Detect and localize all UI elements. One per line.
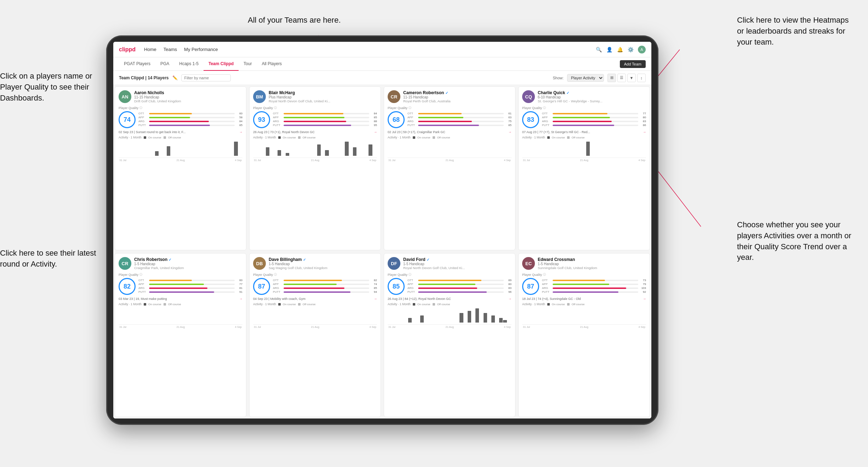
- player-name[interactable]: Aaron Nicholls: [134, 90, 242, 95]
- tab-pga[interactable]: PGA: [155, 57, 174, 71]
- player-club: Royal Perth Golf Club, Australia: [403, 99, 512, 103]
- player-avatar: DB: [253, 257, 266, 270]
- tab-hcaps[interactable]: Hcaps 1-5: [174, 57, 204, 71]
- quality-circle[interactable]: 87: [253, 278, 270, 295]
- search-icon[interactable]: 🔍: [595, 46, 602, 53]
- tab-tour[interactable]: Tour: [239, 57, 257, 71]
- latest-round-arrow: →: [508, 130, 512, 134]
- latest-round[interactable]: 03 Mar 23 | 19, Must make putting →: [119, 297, 242, 301]
- quality-circle[interactable]: 87: [522, 278, 539, 295]
- player-info: Aaron Nicholls 11-15 Handicap Drift Golf…: [134, 90, 242, 103]
- edit-icon[interactable]: ✏️: [172, 75, 178, 80]
- brand-logo[interactable]: clippd: [119, 46, 136, 53]
- tab-team-clippd[interactable]: Team Clippd: [204, 57, 239, 71]
- list-view-button[interactable]: ☰: [617, 74, 626, 82]
- player-club: Sunningdale Golf Club, United Kingdom: [538, 266, 646, 270]
- quality-circle[interactable]: 82: [119, 278, 136, 295]
- chart-dates: 31 Jul 21 Aug 4 Sep: [253, 325, 377, 329]
- player-club: Royal North Devon Golf Club, United Ki..…: [269, 99, 377, 103]
- player-info: Charlie Quick ✓ 6-10 Handicap St. George…: [538, 90, 646, 103]
- player-header: DB Dave Billingham ✓ 1-5 Handicap Sag Ma…: [253, 257, 377, 270]
- settings-icon[interactable]: ⚙️: [627, 46, 634, 53]
- latest-round[interactable]: 04 Sep 23 | Mobility with coach, Gym →: [253, 297, 377, 301]
- activity-section: Activity · 1 Month On course Off course …: [522, 136, 646, 162]
- player-header: BM Blair McHarg Plus Handicap Royal Nort…: [253, 90, 377, 103]
- player-avatar: CQ: [522, 90, 535, 103]
- quality-circle[interactable]: 68: [388, 111, 405, 128]
- activity-label: Activity · 1 Month On course Off course: [522, 302, 646, 306]
- quality-circle[interactable]: 93: [253, 111, 270, 128]
- latest-round[interactable]: 02 Sep 23 | Sunset round to get back int…: [119, 130, 242, 134]
- annotation-top-left: Click on a players name or Player Qualit…: [0, 71, 99, 103]
- nav-teams[interactable]: Teams: [164, 47, 177, 52]
- player-card[interactable]: EC Edward Crossman 1-5 Handicap Sunningd…: [518, 253, 650, 417]
- player-club: Royal North Devon Golf Club, United Ki..…: [403, 266, 512, 270]
- player-card[interactable]: AN Aaron Nicholls 11-15 Handicap Drift G…: [115, 86, 246, 250]
- player-card[interactable]: DB Dave Billingham ✓ 1-5 Handicap Sag Ma…: [249, 253, 381, 417]
- filter-input[interactable]: [181, 74, 231, 81]
- player-card[interactable]: CR Chris Robertson ✓ 1-5 Handicap Craigm…: [115, 253, 246, 417]
- quality-circle[interactable]: 85: [388, 278, 405, 295]
- quality-circle[interactable]: 83: [522, 111, 539, 128]
- sort-button[interactable]: ↕: [637, 74, 646, 82]
- latest-round-arrow: →: [239, 130, 242, 134]
- filter-button[interactable]: ▼: [627, 74, 636, 82]
- avatar-icon[interactable]: A: [638, 46, 646, 53]
- activity-section: Activity · 1 Month On course Off course …: [119, 302, 242, 329]
- nav-home[interactable]: Home: [144, 47, 156, 52]
- user-icon[interactable]: 👤: [606, 46, 612, 53]
- latest-round[interactable]: 26 Aug 23 | 84 (+12), Royal North Devon …: [388, 297, 512, 301]
- chart-dates: 31 Jul 21 Aug 4 Sep: [522, 159, 646, 162]
- chart-bars: [522, 307, 646, 323]
- bell-icon[interactable]: 🔔: [617, 46, 623, 53]
- player-card[interactable]: CR Cameron Robertson ✓ 11-15 Handicap Ro…: [384, 86, 515, 250]
- quality-label[interactable]: Player Quality ⓘ: [253, 106, 377, 110]
- quality-label[interactable]: Player Quality ⓘ: [119, 273, 242, 277]
- tab-pgat-players[interactable]: PGAT Players: [119, 57, 155, 71]
- chart-bars: [253, 307, 377, 323]
- activity-section: Activity · 1 Month On course Off course …: [119, 136, 242, 162]
- player-handicap: 1-5 Handicap: [403, 262, 512, 266]
- quality-label[interactable]: Player Quality ⓘ: [253, 273, 377, 277]
- stat-arg: ARG 84: [138, 120, 242, 123]
- player-name[interactable]: Cameron Robertson ✓: [403, 90, 512, 95]
- player-header: CR Cameron Robertson ✓ 11-15 Handicap Ro…: [388, 90, 512, 103]
- latest-round[interactable]: 07 Aug 23 | 77 (+7), St George's Hill GC…: [522, 130, 646, 134]
- verified-icon: ✓: [169, 258, 171, 262]
- player-name[interactable]: Charlie Quick ✓: [538, 90, 646, 95]
- annotation-top-center: All of your Teams are here.: [248, 15, 341, 26]
- player-name[interactable]: David Ford ✓: [403, 257, 512, 262]
- add-team-button[interactable]: Add Team: [620, 60, 646, 68]
- nav-performance[interactable]: My Performance: [184, 47, 218, 52]
- player-name[interactable]: Dave Billingham ✓: [269, 257, 377, 262]
- stat-ott: OTT 84: [273, 112, 377, 115]
- tab-all-players[interactable]: All Players: [257, 57, 287, 71]
- quality-circle[interactable]: 74: [119, 111, 136, 128]
- stat-ott: OTT 77: [542, 112, 646, 115]
- latest-round[interactable]: 18 Jul 23 | 74 (+4), Sunningdale GC - Ol…: [522, 297, 646, 301]
- show-select[interactable]: Player Activity: [567, 74, 604, 82]
- player-card[interactable]: DF David Ford ✓ 1-5 Handicap Royal North…: [384, 253, 515, 417]
- player-card[interactable]: BM Blair McHarg Plus Handicap Royal Nort…: [249, 86, 381, 250]
- player-card[interactable]: CQ Charlie Quick ✓ 6-10 Handicap St. Geo…: [518, 86, 650, 250]
- quality-label[interactable]: Player Quality ⓘ: [522, 273, 646, 277]
- player-name[interactable]: Edward Crossman: [538, 257, 646, 262]
- activity-chart: [522, 307, 646, 325]
- stat-putt: PUTT 94: [273, 290, 377, 294]
- grid-view-button[interactable]: ⊞: [607, 74, 616, 82]
- verified-icon: ✓: [303, 258, 306, 262]
- latest-round-arrow: →: [239, 297, 242, 301]
- chart-dates: 31 Jul 21 Aug 4 Sep: [119, 159, 242, 162]
- latest-round[interactable]: 02 Jul 23 | 59 (+17), Craigmillar Park G…: [388, 130, 512, 134]
- activity-chart: [388, 307, 512, 325]
- quality-label[interactable]: Player Quality ⓘ: [388, 106, 512, 110]
- quality-label[interactable]: Player Quality ⓘ: [388, 273, 512, 277]
- quality-section: Player Quality ⓘ 68 OTT 61 APP 63 A: [388, 106, 512, 128]
- player-name[interactable]: Blair McHarg: [269, 90, 377, 95]
- player-header: AN Aaron Nicholls 11-15 Handicap Drift G…: [119, 90, 242, 103]
- chart-bars: [253, 140, 377, 156]
- latest-round[interactable]: 26 Aug 23 | 73 (+1), Royal North Devon G…: [253, 130, 377, 134]
- quality-label[interactable]: Player Quality ⓘ: [522, 106, 646, 110]
- quality-label[interactable]: Player Quality ⓘ: [119, 106, 242, 110]
- player-name[interactable]: Chris Robertson ✓: [134, 257, 242, 262]
